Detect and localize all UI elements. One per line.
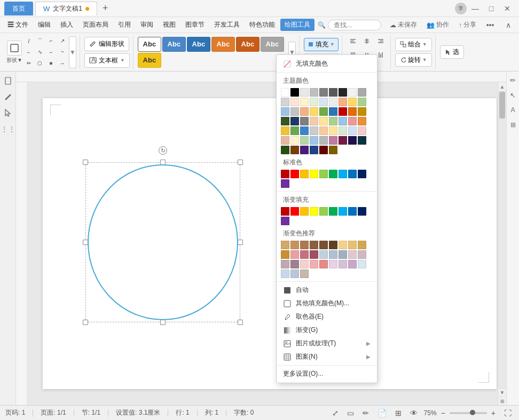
gradient-color-cell[interactable] [358,207,366,216]
gradient-color-cell[interactable] [290,207,299,216]
handle-bottom-left[interactable] [83,320,88,325]
ellipse-shape[interactable] [88,164,238,320]
theme-color-cell[interactable] [339,88,347,97]
theme-color-cell[interactable] [290,136,299,145]
gradient-rec-color-cell[interactable] [329,250,337,259]
gradient-rec-color-cell[interactable] [348,241,357,249]
gradient-color-cell[interactable] [339,207,347,216]
theme-color-cell[interactable] [358,107,366,116]
tab-home[interactable]: 首页 [4,2,33,15]
style-sample-5[interactable]: Abc [261,37,284,52]
theme-color-cell[interactable] [300,88,309,97]
theme-color-cell[interactable] [290,98,299,106]
fullscreen-button[interactable]: ⛶ [502,408,514,418]
left-tool-page[interactable] [2,75,14,88]
theme-color-cell[interactable] [281,98,289,106]
no-fill-option[interactable]: 无填充颜色 [277,57,377,70]
menu-file[interactable]: ☰ 文件 [3,19,33,31]
collapse-button[interactable]: ∧ [501,19,516,31]
pattern-option[interactable]: 图案(N) ▶ [277,350,377,363]
standard-color-cell[interactable] [290,170,299,178]
theme-color-cell[interactable] [300,136,309,145]
theme-color-cell[interactable] [319,88,328,97]
left-tool-handle[interactable]: ⋮⋮ [2,123,14,136]
align-left-button[interactable] [347,35,359,47]
standard-color-cell[interactable] [358,170,366,178]
menu-draw[interactable]: 绘图工具 [280,19,314,31]
gradient-rec-color-cell[interactable] [300,270,309,278]
shape-star[interactable]: ★ [46,58,57,69]
gradient-rec-color-cell[interactable] [290,260,299,268]
shape-elbow[interactable]: ⌐ [46,36,57,46]
close-button[interactable]: ✕ [500,3,515,14]
handle-bottom-mid[interactable] [160,320,166,325]
theme-color-cell[interactable] [329,88,337,97]
restore-button[interactable]: □ [484,3,499,14]
theme-color-cell[interactable] [339,117,347,125]
theme-color-cell[interactable] [319,117,328,125]
theme-color-cell[interactable] [348,107,357,116]
gradient-rec-color-cell[interactable] [281,270,289,278]
theme-color-cell[interactable] [290,117,299,125]
share-button[interactable]: ↑ 分享 [455,19,479,30]
style-sample-0[interactable]: Abc [138,37,161,52]
gradient-rec-color-cell[interactable] [358,250,366,259]
gradient-color-cell[interactable] [348,207,357,216]
gradient-option[interactable]: 渐变(G) [277,323,377,337]
shape-curve[interactable]: ⌒ [35,36,45,46]
theme-color-cell[interactable] [281,88,289,97]
style-sample-3[interactable]: Abc [211,37,235,52]
menu-special[interactable]: 特色功能 [245,19,279,31]
standard-color-cell[interactable] [310,170,318,178]
standard-color-cell[interactable] [281,170,289,178]
theme-color-cell[interactable] [339,136,347,145]
theme-color-cell[interactable] [319,136,328,145]
gradient-rec-color-cell[interactable] [339,241,347,249]
standard-color-cell[interactable] [348,170,357,178]
gradient-rec-color-cell[interactable] [290,250,299,259]
standard-color-cell[interactable] [319,170,328,178]
status-pencil-icon[interactable]: ✏ [360,408,371,418]
gradient-rec-color-cell[interactable] [348,250,357,259]
gradient-rec-color-cell[interactable] [319,241,328,249]
gradient-color-cell[interactable] [300,207,309,216]
search-input[interactable] [328,20,381,30]
status-page-icon[interactable]: 📄 [375,408,389,418]
theme-color-cell[interactable] [300,107,309,116]
gradient-rec-color-cell[interactable] [300,241,309,249]
collab-button[interactable]: 👥 协作 [423,19,452,30]
status-table-icon[interactable]: ⊞ [393,408,404,418]
right-tool-highlight[interactable]: A [508,105,518,115]
gradient-rec-color-cell[interactable] [281,260,289,268]
align-center-button[interactable] [360,35,373,47]
menu-view[interactable]: 视图 [159,19,180,31]
gradient-rec-color-cell[interactable] [310,250,318,259]
standard-color-cell[interactable] [329,170,337,178]
rotate-button[interactable]: 旋转 ▼ [395,53,432,67]
theme-color-cell[interactable] [339,98,347,106]
standard-color-cell[interactable] [339,170,347,178]
menu-edit[interactable]: 编辑 [34,19,55,31]
status-cols-icon[interactable]: ▭ [345,408,356,418]
gradient-rec-color-cell[interactable] [358,241,366,249]
theme-color-cell[interactable] [339,126,347,135]
more-button[interactable]: ••• [483,19,498,31]
theme-color-cell[interactable] [329,136,337,145]
page-nav-button[interactable]: ⊞ [498,397,506,405]
theme-color-cell[interactable] [310,117,318,125]
theme-color-cell[interactable] [290,126,299,135]
select-button[interactable]: 选 [440,45,464,59]
style-sample-6[interactable]: Abc [138,53,161,68]
unsaved-button[interactable]: ☁ 未保存 [387,19,420,30]
standard-color-cell[interactable] [281,179,289,188]
gradient-rec-color-cell[interactable] [329,241,337,249]
rotate-handle[interactable]: ↻ [159,146,167,155]
theme-color-cell[interactable] [281,126,289,135]
theme-color-cell[interactable] [300,126,309,135]
shape-curve2[interactable]: ⌢ [46,47,57,58]
theme-color-cell[interactable] [281,117,289,125]
theme-color-cell[interactable] [358,88,366,97]
gradient-rec-color-cell[interactable] [329,260,337,268]
gradient-color-cell[interactable] [310,207,318,216]
theme-color-cell[interactable] [348,126,357,135]
